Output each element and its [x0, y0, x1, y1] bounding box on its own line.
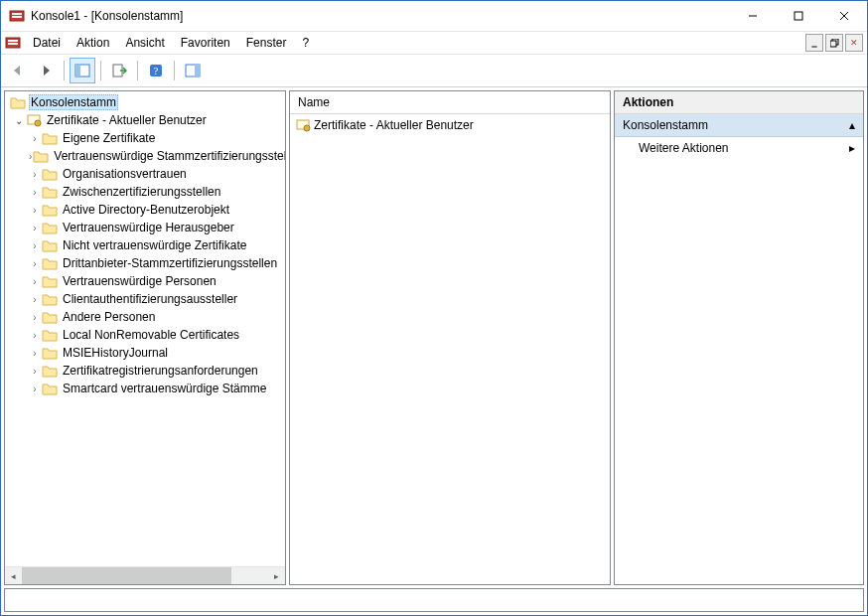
tree-folder-label: Zwischenzertifizierungsstellen — [61, 185, 222, 199]
expand-icon[interactable]: › — [29, 384, 41, 394]
column-header-name: Name — [298, 95, 330, 109]
tree-folder[interactable]: ›Nicht vertrauenswürdige Zertifikate — [5, 236, 285, 254]
tree-root[interactable]: Konsolenstamm — [5, 93, 285, 111]
forward-button[interactable] — [33, 58, 59, 83]
scrollbar-thumb[interactable] — [22, 567, 231, 584]
folder-icon — [42, 381, 58, 396]
folder-icon — [42, 327, 58, 343]
list-item[interactable]: Zertifikate - Aktueller Benutzer — [294, 116, 606, 134]
svg-rect-8 — [8, 40, 18, 42]
expand-icon[interactable]: › — [29, 151, 32, 162]
menu-ansicht[interactable]: Ansicht — [117, 34, 172, 52]
tree-folder[interactable]: ›Organisationsvertrauen — [5, 165, 285, 183]
svg-rect-18 — [195, 65, 200, 77]
horizontal-scrollbar[interactable]: ◂ ▸ — [5, 566, 285, 584]
tree-folder[interactable]: ›Vertrauenswürdige Herausgeber — [5, 219, 285, 236]
tree-pane: Konsolenstamm ⌄ Zertifikate - Aktueller … — [4, 90, 286, 585]
expand-icon[interactable]: › — [29, 330, 41, 341]
menu-fenster[interactable]: Fenster — [238, 34, 295, 52]
certificate-snapin-icon — [295, 117, 311, 133]
tree-folder-label: Organisationsvertrauen — [61, 167, 189, 181]
collapse-section-icon: ▴ — [849, 118, 855, 132]
expand-icon[interactable]: › — [29, 133, 41, 144]
export-list-button[interactable] — [106, 58, 132, 83]
tree-folder[interactable]: ›Local NonRemovable Certificates — [5, 326, 285, 344]
tree-folder[interactable]: ›Zwischenzertifizierungsstellen — [5, 183, 285, 201]
mdi-close-button[interactable]: ✕ — [845, 34, 863, 52]
tree-folder[interactable]: ›Smartcard vertrauenswürdige Stämme — [5, 380, 285, 397]
title-bar: Konsole1 - [Konsolenstamm] — [1, 1, 867, 32]
help-button[interactable]: ? — [143, 58, 169, 83]
scroll-left-button[interactable]: ◂ — [5, 567, 22, 584]
expand-icon[interactable]: › — [29, 348, 41, 359]
expand-icon[interactable]: › — [29, 240, 41, 251]
tree-folder-label: Zertifikatregistrierungsanforderungen — [61, 364, 260, 378]
tree-folder[interactable]: ›Clientauthentifizierungsaussteller — [5, 290, 285, 308]
mdi-restore-button[interactable] — [825, 34, 843, 52]
list-column-header[interactable]: Name — [290, 91, 610, 114]
tree-folder[interactable]: ›Vertrauenswürdige Personen — [5, 272, 285, 290]
expand-icon[interactable]: › — [29, 258, 41, 269]
menu-help[interactable]: ? — [294, 34, 317, 52]
back-button[interactable] — [5, 58, 31, 83]
expand-icon[interactable]: › — [29, 312, 41, 323]
minimize-button[interactable] — [730, 1, 776, 31]
menu-datei[interactable]: Datei — [25, 34, 69, 52]
toolbar: ? — [1, 55, 867, 87]
tree[interactable]: Konsolenstamm ⌄ Zertifikate - Aktueller … — [5, 91, 285, 566]
tree-folder-label: Clientauthentifizierungsaussteller — [61, 292, 239, 306]
folder-icon — [42, 202, 58, 218]
folder-icon — [42, 309, 58, 325]
expand-icon[interactable]: › — [29, 294, 41, 305]
folder-icon — [42, 345, 58, 361]
folder-icon — [42, 291, 58, 307]
expand-icon[interactable]: › — [29, 205, 41, 216]
certificate-snapin-icon — [26, 112, 42, 128]
tree-folder-label: Vertrauenswürdige Stammzertifizierungsst… — [52, 149, 285, 163]
expand-icon[interactable]: › — [29, 187, 41, 198]
mdi-minimize-button[interactable]: ‗ — [805, 34, 823, 52]
expand-icon[interactable]: › — [29, 366, 41, 377]
menu-favoriten[interactable]: Favoriten — [173, 34, 238, 52]
toolbar-separator — [100, 61, 101, 80]
collapse-icon[interactable]: ⌄ — [13, 115, 25, 126]
actions-pane: Aktionen Konsolenstamm ▴ Weitere Aktione… — [614, 90, 864, 585]
svg-point-20 — [35, 120, 41, 126]
tree-folder-label: Nicht vertrauenswürdige Zertifikate — [61, 238, 248, 252]
tree-folder[interactable]: ›Vertrauenswürdige Stammzertifizierungss… — [5, 147, 285, 165]
tree-node-certificates[interactable]: ⌄ Zertifikate - Aktueller Benutzer — [5, 111, 285, 129]
expand-icon[interactable]: › — [29, 169, 41, 180]
show-hide-action-pane-button[interactable] — [180, 58, 206, 83]
body: Konsolenstamm ⌄ Zertifikate - Aktueller … — [1, 87, 867, 588]
list-body[interactable]: Zertifikate - Aktueller Benutzer — [290, 114, 610, 584]
maximize-button[interactable] — [776, 1, 821, 31]
actions-section-header[interactable]: Konsolenstamm ▴ — [615, 114, 863, 137]
tree-folder[interactable]: ›Active Directory-Benutzerobjekt — [5, 201, 285, 219]
tree-folder[interactable]: ›Drittanbieter-Stammzertifizierungsstell… — [5, 254, 285, 272]
folder-icon — [42, 255, 58, 271]
expand-icon[interactable]: › — [29, 276, 41, 287]
submenu-arrow-icon: ▸ — [849, 141, 855, 155]
show-hide-tree-button[interactable] — [70, 58, 95, 83]
scroll-right-button[interactable]: ▸ — [268, 567, 285, 584]
mmc-window: Konsole1 - [Konsolenstamm] Datei Aktion … — [0, 0, 868, 616]
list-pane: Name Zertifikate - Aktueller Benutzer — [289, 90, 611, 585]
actions-item-more[interactable]: Weitere Aktionen ▸ — [615, 137, 863, 159]
svg-rect-13 — [75, 65, 80, 77]
tree-folder-label: Vertrauenswürdige Personen — [61, 274, 218, 288]
folder-icon — [42, 273, 58, 289]
folder-icon — [10, 94, 26, 110]
menu-aktion[interactable]: Aktion — [69, 34, 117, 52]
tree-folder-label: Drittanbieter-Stammzertifizierungsstelle… — [61, 256, 279, 270]
scrollbar-track[interactable] — [22, 567, 268, 584]
tree-folder[interactable]: ›MSIEHistoryJournal — [5, 344, 285, 362]
expand-icon[interactable]: › — [29, 223, 41, 233]
tree-folder[interactable]: ›Zertifikatregistrierungsanforderungen — [5, 362, 285, 380]
toolbar-separator — [64, 61, 65, 80]
svg-rect-9 — [8, 43, 18, 45]
close-button[interactable] — [821, 1, 867, 31]
tree-folder[interactable]: ›Andere Personen — [5, 308, 285, 326]
folder-icon — [33, 148, 49, 164]
tree-folder[interactable]: ›Eigene Zertifikate — [5, 129, 285, 147]
tree-folder-label: Smartcard vertrauenswürdige Stämme — [61, 382, 268, 395]
